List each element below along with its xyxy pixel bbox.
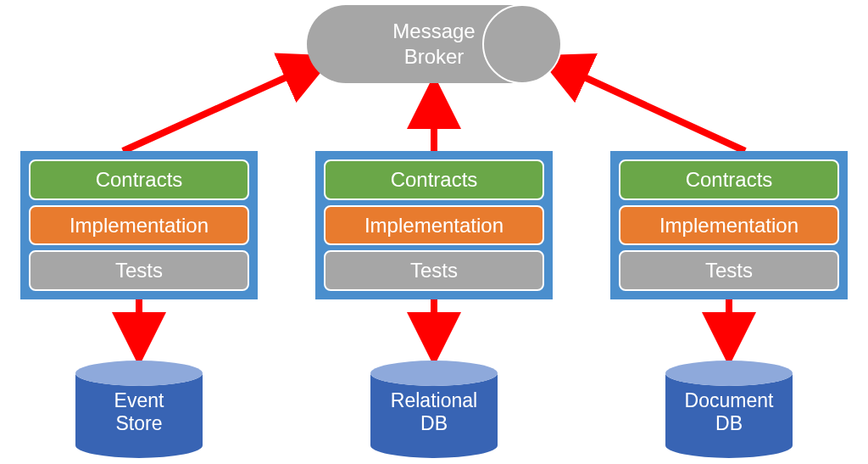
database-label: Event Store xyxy=(114,389,164,435)
database-label: Relational DB xyxy=(391,389,477,435)
database-event-store: Event Store xyxy=(75,361,203,458)
tests-layer: Tests xyxy=(619,250,839,291)
svg-line-0 xyxy=(123,61,322,151)
contracts-layer: Contracts xyxy=(29,159,249,200)
contracts-layer: Contracts xyxy=(619,159,839,200)
svg-point-6 xyxy=(483,5,561,83)
implementation-layer: Implementation xyxy=(619,205,839,246)
service-box: Contracts Implementation Tests xyxy=(610,151,848,299)
svg-point-7 xyxy=(75,361,203,386)
service-box: Contracts Implementation Tests xyxy=(315,151,553,299)
database-relational: Relational DB xyxy=(370,361,498,458)
svg-point-9 xyxy=(665,361,793,386)
svg-point-8 xyxy=(370,361,498,386)
tests-layer: Tests xyxy=(324,250,544,291)
implementation-layer: Implementation xyxy=(29,205,249,246)
database-document: Document DB xyxy=(665,361,793,458)
tests-layer: Tests xyxy=(29,250,249,291)
implementation-layer: Implementation xyxy=(324,205,544,246)
service-box: Contracts Implementation Tests xyxy=(20,151,258,299)
message-broker-label: Message Broker xyxy=(392,19,475,70)
message-broker: Message Broker xyxy=(307,5,561,83)
contracts-layer: Contracts xyxy=(324,159,544,200)
database-label: Document DB xyxy=(685,389,774,435)
svg-line-2 xyxy=(549,61,745,151)
